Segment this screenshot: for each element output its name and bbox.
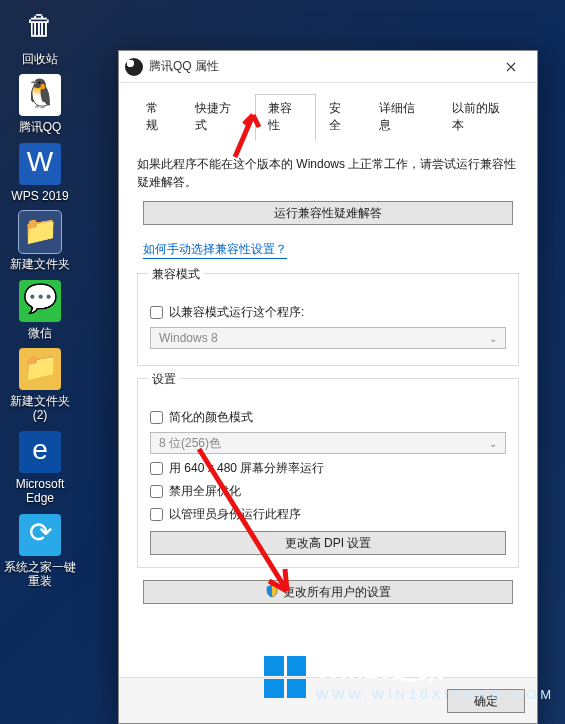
disable-fullscreen-checkbox[interactable]: 禁用全屏优化 (150, 483, 506, 500)
desktop-icon-label: 回收站 (4, 52, 76, 66)
reduced-color-input[interactable] (150, 411, 163, 424)
tab-5[interactable]: 以前的版本 (439, 94, 524, 141)
desktop-icon-label: 新建文件夹 (2) (4, 394, 76, 423)
chevron-down-icon: ⌄ (489, 333, 497, 344)
desktop-icon-label: Microsoft Edge (4, 477, 76, 506)
run-640x480-input[interactable] (150, 462, 163, 475)
new-folder-icon: 📁 (19, 211, 61, 253)
compat-mode-label: 以兼容模式运行这个程序: (169, 304, 304, 321)
recycle-bin-icon: 🗑 (19, 6, 61, 48)
desktop-icon-label: 系统之家一键重装 (4, 560, 76, 589)
change-all-users-label: 更改所有用户的设置 (283, 585, 391, 599)
tab-1[interactable]: 快捷方式 (182, 94, 255, 141)
settings-legend: 设置 (148, 371, 180, 388)
shield-icon (265, 584, 279, 598)
close-button[interactable] (491, 53, 531, 81)
dialog-body: 常规快捷方式兼容性安全详细信息以前的版本 如果此程序不能在这个版本的 Windo… (119, 83, 537, 677)
run-as-admin-checkbox[interactable]: 以管理员身份运行此程序 (150, 506, 506, 523)
desktop-icon-label: 新建文件夹 (4, 257, 76, 271)
desktop-icon-recycle-bin[interactable]: 🗑回收站 (4, 6, 76, 66)
desktop-icon-label: 腾讯QQ (4, 120, 76, 134)
tencent-qq-icon: 🐧 (19, 74, 61, 116)
system-reinstall-icon: ⟳ (19, 514, 61, 556)
desktop-icon-label: WPS 2019 (4, 189, 76, 203)
disable-fullscreen-label: 禁用全屏优化 (169, 483, 241, 500)
reduced-color-checkbox[interactable]: 简化的颜色模式 (150, 409, 506, 426)
desktop: 🗑回收站🐧腾讯QQWWPS 2019📁新建文件夹💬微信📁新建文件夹 (2)eMi… (0, 0, 110, 596)
wechat-icon: 💬 (19, 280, 61, 322)
close-icon (506, 62, 516, 72)
change-all-users-button[interactable]: 更改所有用户的设置 (143, 580, 513, 604)
compat-mode-group: 兼容模式 以兼容模式运行这个程序: Windows 8 ⌄ (137, 273, 519, 366)
tabs: 常规快捷方式兼容性安全详细信息以前的版本 (133, 93, 523, 141)
watermark: Win10之家 WWW.WIN10XITONG.COM (264, 652, 555, 702)
new-folder-2-icon: 📁 (19, 348, 61, 390)
compat-os-select[interactable]: Windows 8 ⌄ (150, 327, 506, 349)
desktop-icon-tencent-qq[interactable]: 🐧腾讯QQ (4, 74, 76, 134)
windows-logo-icon (264, 656, 306, 698)
desktop-icon-new-folder[interactable]: 📁新建文件夹 (4, 211, 76, 271)
desktop-icon-wps-2019[interactable]: WWPS 2019 (4, 143, 76, 203)
properties-dialog: 腾讯QQ 属性 常规快捷方式兼容性安全详细信息以前的版本 如果此程序不能在这个版… (118, 50, 538, 724)
titlebar: 腾讯QQ 属性 (119, 51, 537, 83)
qq-icon (125, 58, 143, 76)
run-as-admin-input[interactable] (150, 508, 163, 521)
desktop-icon-wechat[interactable]: 💬微信 (4, 280, 76, 340)
desktop-icon-label: 微信 (4, 326, 76, 340)
reduced-color-label: 简化的颜色模式 (169, 409, 253, 426)
microsoft-edge-icon: e (19, 431, 61, 473)
disable-fullscreen-input[interactable] (150, 485, 163, 498)
watermark-suffix: 之家 (392, 654, 444, 684)
tab-0[interactable]: 常规 (133, 94, 182, 141)
desktop-icon-microsoft-edge[interactable]: eMicrosoft Edge (4, 431, 76, 506)
intro-text: 如果此程序不能在这个版本的 Windows 上正常工作，请尝试运行兼容性疑难解答… (137, 155, 519, 191)
watermark-brand: Win10 (316, 654, 392, 684)
chevron-down-icon: ⌄ (489, 438, 497, 449)
high-dpi-settings-button[interactable]: 更改高 DPI 设置 (150, 531, 506, 555)
watermark-url: WWW.WIN10XITONG.COM (316, 687, 555, 702)
color-depth-select[interactable]: 8 位(256)色 ⌄ (150, 432, 506, 454)
tab-4[interactable]: 详细信息 (366, 94, 439, 141)
tab-3[interactable]: 安全 (316, 94, 365, 141)
color-depth-value: 8 位(256)色 (159, 435, 221, 452)
desktop-icon-system-reinstall[interactable]: ⟳系统之家一键重装 (4, 514, 76, 589)
window-title: 腾讯QQ 属性 (149, 58, 491, 75)
compat-legend: 兼容模式 (148, 266, 204, 283)
run-640x480-checkbox[interactable]: 用 640 x 480 屏幕分辨率运行 (150, 460, 506, 477)
run-640x480-label: 用 640 x 480 屏幕分辨率运行 (169, 460, 324, 477)
run-as-admin-label: 以管理员身份运行此程序 (169, 506, 301, 523)
compat-os-value: Windows 8 (159, 331, 218, 345)
tab-2[interactable]: 兼容性 (255, 94, 316, 141)
run-troubleshooter-button[interactable]: 运行兼容性疑难解答 (143, 201, 513, 225)
compat-mode-check-input[interactable] (150, 306, 163, 319)
settings-group: 设置 简化的颜色模式 8 位(256)色 ⌄ 用 640 x 480 屏幕分辨率… (137, 378, 519, 568)
compat-mode-checkbox[interactable]: 以兼容模式运行这个程序: (150, 304, 506, 321)
wps-2019-icon: W (19, 143, 61, 185)
manual-settings-link[interactable]: 如何手动选择兼容性设置？ (143, 241, 287, 259)
desktop-icon-new-folder-2[interactable]: 📁新建文件夹 (2) (4, 348, 76, 423)
